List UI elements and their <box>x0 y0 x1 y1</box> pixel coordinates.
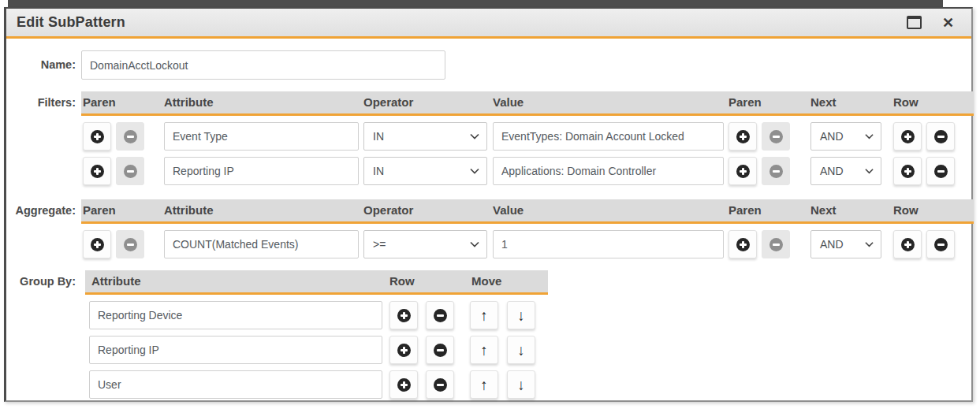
attribute-input[interactable] <box>164 157 359 185</box>
attribute-input[interactable] <box>89 336 382 364</box>
chevron-down-icon <box>865 241 874 247</box>
remove-row-button[interactable] <box>426 370 454 399</box>
move-down-button[interactable]: ↓ <box>507 336 535 364</box>
add-left-paren-button[interactable] <box>83 230 111 258</box>
minus-icon <box>934 165 948 178</box>
attribute-input[interactable] <box>89 301 382 329</box>
add-row-button[interactable] <box>389 301 418 329</box>
minus-icon <box>124 165 137 178</box>
chevron-down-icon <box>865 133 874 139</box>
window-controls: ✕ <box>907 16 954 30</box>
next-operator-select[interactable]: AND <box>810 230 881 258</box>
header-next: Next <box>810 91 837 113</box>
add-row-button[interactable] <box>389 336 418 364</box>
maximize-icon[interactable] <box>907 16 922 29</box>
filters-header-band: Paren Attribute Operator Value Paren Nex… <box>81 91 974 116</box>
operator-value: IN <box>373 130 384 143</box>
minus-icon <box>434 344 447 357</box>
header-paren: Paren <box>83 199 116 221</box>
header-operator: Operator <box>363 91 413 113</box>
add-right-paren-button[interactable] <box>728 157 757 185</box>
move-up-button[interactable]: ↑ <box>470 370 498 399</box>
add-right-paren-button[interactable] <box>728 122 757 151</box>
header-paren: Paren <box>83 91 116 113</box>
remove-row-button[interactable] <box>926 230 955 258</box>
attribute-input[interactable] <box>164 230 359 258</box>
plus-icon <box>736 165 750 178</box>
minus-icon <box>934 130 948 143</box>
aggregate-header-band: Paren Attribute Operator Value Paren Nex… <box>81 199 974 224</box>
remove-row-button[interactable] <box>926 157 955 185</box>
operator-value: IN <box>373 165 384 177</box>
next-operator-value: AND <box>820 238 844 251</box>
header-paren: Paren <box>728 199 762 221</box>
plus-icon <box>397 344 411 357</box>
plus-icon <box>901 130 915 143</box>
chevron-down-icon <box>470 168 479 174</box>
dialog-title: Edit SubPattern <box>17 14 125 31</box>
move-down-button[interactable]: ↓ <box>507 370 535 399</box>
plus-icon <box>901 238 915 251</box>
header-paren: Paren <box>728 91 762 113</box>
up-arrow-icon: ↑ <box>480 343 488 358</box>
aggregate-row: >= AND <box>81 230 974 258</box>
header-operator: Operator <box>363 199 413 221</box>
down-arrow-icon: ↓ <box>517 343 525 358</box>
plus-icon <box>901 165 915 178</box>
aggregate-section: Aggregate: Paren Attribute Operator Valu… <box>6 199 971 258</box>
attribute-input[interactable] <box>89 370 382 399</box>
remove-left-paren-button[interactable] <box>116 122 144 151</box>
header-move: Move <box>471 270 501 292</box>
add-row-button[interactable] <box>893 122 922 151</box>
operator-select[interactable]: IN <box>363 157 487 185</box>
minus-icon <box>934 238 948 251</box>
filters-label: Filters: <box>6 91 76 113</box>
remove-row-button[interactable] <box>426 301 454 329</box>
move-up-button[interactable]: ↑ <box>470 336 498 364</box>
next-operator-select[interactable]: AND <box>810 122 881 151</box>
minus-icon <box>434 378 447 392</box>
remove-right-paren-button[interactable] <box>762 157 790 185</box>
plus-icon <box>91 165 104 178</box>
move-up-button[interactable]: ↑ <box>470 301 498 329</box>
add-row-button[interactable] <box>389 370 418 399</box>
header-next: Next <box>810 199 837 221</box>
remove-left-paren-button[interactable] <box>116 157 144 185</box>
move-down-button[interactable]: ↓ <box>507 301 535 329</box>
add-right-paren-button[interactable] <box>728 230 757 258</box>
close-icon[interactable]: ✕ <box>942 16 954 30</box>
plus-icon <box>736 130 750 143</box>
value-input[interactable] <box>493 230 724 258</box>
next-operator-select[interactable]: AND <box>810 157 881 185</box>
plus-icon <box>736 238 750 251</box>
remove-left-paren-button[interactable] <box>116 230 144 258</box>
plus-icon <box>91 238 104 251</box>
group-by-label: Group By: <box>6 270 76 292</box>
name-input[interactable] <box>81 50 445 80</box>
add-row-button[interactable] <box>893 230 922 258</box>
remove-right-paren-button[interactable] <box>762 122 790 151</box>
down-arrow-icon: ↓ <box>517 308 525 323</box>
remove-row-button[interactable] <box>426 336 454 364</box>
group-by-header-band: Attribute Row Move <box>85 270 548 295</box>
plus-icon <box>91 130 104 143</box>
add-left-paren-button[interactable] <box>83 157 111 185</box>
next-operator-value: AND <box>820 130 844 143</box>
value-input[interactable] <box>493 122 724 151</box>
chevron-down-icon <box>470 241 479 247</box>
operator-select[interactable]: >= <box>363 230 487 258</box>
value-input[interactable] <box>493 157 724 185</box>
add-row-button[interactable] <box>893 157 922 185</box>
operator-select[interactable]: IN <box>363 122 487 151</box>
attribute-input[interactable] <box>164 122 359 151</box>
remove-row-button[interactable] <box>926 122 955 151</box>
minus-icon <box>769 165 783 178</box>
remove-right-paren-button[interactable] <box>762 230 790 258</box>
plus-icon <box>397 378 411 392</box>
minus-icon <box>434 309 447 322</box>
header-value: Value <box>493 91 524 113</box>
group-by-section: Group By: Attribute Row Move ↑ ↓ ↑ ↓ <box>6 270 971 399</box>
up-arrow-icon: ↑ <box>480 308 488 323</box>
filter-row: IN AND <box>81 122 974 151</box>
add-left-paren-button[interactable] <box>83 122 111 151</box>
